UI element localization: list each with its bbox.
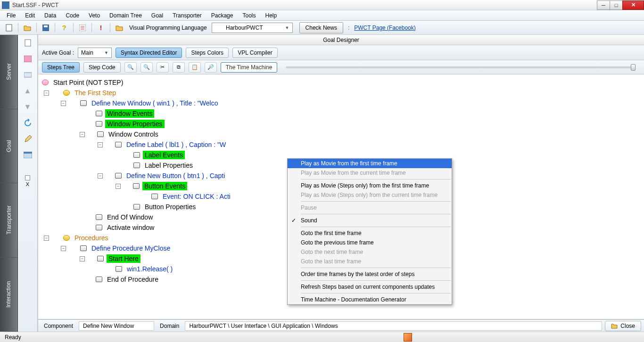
up-arrow-icon[interactable]: ▲ [23,86,33,96]
step-code-button[interactable]: Step Code [83,62,121,73]
time-machine-button[interactable]: The Time Machine [221,62,278,73]
vpl-combo[interactable]: HarbourPWCT ▼ [212,23,293,33]
collapse-icon[interactable]: − [44,90,49,96]
steps-tree[interactable]: Start Point (NOT STEP) −The First Step −… [38,74,644,319]
cut-icon[interactable]: ✂ [157,62,169,73]
window-icon[interactable] [23,150,33,160]
collapse-icon[interactable]: − [98,142,103,147]
node-event-onclick[interactable]: Event: ON CLICK : Acti [161,192,232,201]
menu-domain-tree[interactable]: Domain Tree [105,11,147,20]
mi-play-steps-current[interactable]: Play as Movie (Steps only) from the curr… [288,190,452,200]
node-define-label[interactable]: Define Label ( lbl1 ) , Caption : "W [124,140,228,149]
mi-play-steps-first[interactable]: Play as Movie (Steps only) from the firs… [288,181,452,190]
node-procedures[interactable]: Procedures [73,234,110,242]
node-icon [96,277,102,282]
node-label-events[interactable]: Label Events [143,151,185,159]
node-window-properties[interactable]: Window Properties [105,120,165,128]
node-window-events[interactable]: Window Events [105,109,154,118]
tree-icon[interactable] [23,70,33,80]
slider-thumb[interactable] [631,64,636,71]
mi-goto-next[interactable]: Goto the next time frame [288,247,452,257]
paste-icon[interactable]: 📋 [189,62,201,73]
collapse-icon[interactable]: − [116,184,121,189]
maximize-button[interactable]: □ [610,0,623,10]
time-slider[interactable] [286,66,636,68]
open-folder-icon[interactable] [22,23,33,33]
mi-goto-first[interactable]: Goto the first time frame [288,228,452,238]
save-icon[interactable] [41,23,51,33]
steps-tree-button[interactable]: Steps Tree [42,62,80,73]
node-win1-release[interactable]: win1.Release( ) [125,265,174,273]
node-button-properties[interactable]: Button Properties [143,203,198,211]
node-button-events[interactable]: Button Events [142,182,187,190]
node-start-point[interactable]: Start Point (NOT STEP) [51,78,125,87]
mi-docgen[interactable]: Time Machine - Documentation Generator [288,295,452,304]
mi-order[interactable]: Order time frames by the latest order of… [288,269,452,279]
menu-package[interactable]: Package [206,11,238,20]
tab-goal[interactable]: Goal [0,109,17,184]
new-file-icon[interactable] [4,23,14,33]
vpl-compiler-button[interactable]: VPL Compiler [232,48,278,58]
refresh-icon[interactable] [23,118,33,128]
menu-edit[interactable]: Edit [20,11,40,20]
menu-tools[interactable]: Tools [238,11,260,20]
close-panel-button[interactable]: Close [605,321,641,331]
tab-server[interactable]: Server [0,35,17,109]
exclamation-icon[interactable]: ! [96,23,106,33]
node-label-properties[interactable]: Label Properties [143,161,195,170]
mi-goto-prev[interactable]: Goto the previous time frame [288,238,452,247]
node-end-window[interactable]: End Of Window [105,213,155,221]
menu-separator [301,214,451,214]
pwct-page-link[interactable]: PWCT Page (Facebook) [354,24,416,31]
find-icon[interactable]: 🔎 [205,62,217,73]
collapse-icon[interactable]: − [61,101,66,106]
collapse-icon[interactable]: − [80,132,85,137]
collapse-icon[interactable]: − [44,236,49,241]
list-icon[interactable] [77,23,88,33]
page-icon[interactable] [23,38,33,48]
tab-interaction[interactable]: Interaction [0,258,17,332]
menu-goal[interactable]: Goal [147,11,168,20]
checkbox-x[interactable] [25,175,30,180]
mi-play-first[interactable]: Play as Movie from the first time frame [288,159,452,168]
down-arrow-icon[interactable]: ▼ [23,102,33,112]
menu-data[interactable]: Data [40,11,61,20]
mi-goto-last[interactable]: Goto the last time frame [288,257,452,266]
collapse-icon[interactable]: − [80,256,85,261]
zoom-out-icon[interactable]: 🔍 [140,62,153,73]
node-end-procedure[interactable]: End of Procedure [105,275,160,284]
node-icon [96,121,102,127]
active-goal-combo[interactable]: Main▼ [78,48,112,58]
steps-colors-button[interactable]: Steps Colors [186,48,229,58]
node-start-here[interactable]: Start Here [107,254,140,263]
mi-sound[interactable]: Sound [288,216,452,225]
collapse-icon[interactable]: − [61,246,66,251]
check-news-button[interactable]: Check News [299,22,343,33]
node-define-button[interactable]: Define New Button ( btn1 ) , Capti [124,171,227,180]
tab-transporter[interactable]: Transporter [0,183,17,258]
zoom-in-icon[interactable]: 🔍 [124,62,137,73]
mi-play-current[interactable]: Play as Movie from the current time fram… [288,168,452,178]
folder-icon[interactable] [114,23,124,33]
menu-file[interactable]: File [2,11,20,20]
node-define-procedure[interactable]: Define Procedure MyClose [90,244,172,252]
pencil-icon[interactable] [23,134,33,144]
menu-help[interactable]: Help [260,11,281,20]
syntax-directed-editor-button[interactable]: Syntax Directed Editor [116,48,182,58]
close-button[interactable]: ✕ [622,0,644,10]
mi-pause[interactable]: Pause [288,203,452,212]
help-icon[interactable]: ? [59,23,69,33]
menu-code[interactable]: Code [61,11,84,20]
menu-transporter[interactable]: Transporter [168,11,206,20]
copy-icon[interactable]: ⧉ [173,62,185,73]
node-activate-window[interactable]: Activate window [105,223,156,232]
node-window-controls[interactable]: Window Controls [107,130,160,138]
node-first-step[interactable]: The First Step [73,89,118,97]
node-define-window[interactable]: Define New Window ( win1 ) , Title : "We… [90,99,220,107]
goal-toolbar-2: Steps Tree Step Code 🔍 🔍 ✂ ⧉ 📋 🔎 The Tim… [38,60,644,74]
minimize-button[interactable]: ─ [597,0,610,10]
mi-refresh[interactable]: Refresh Steps based on current component… [288,282,452,292]
grid-icon[interactable] [23,54,33,64]
menu-veto[interactable]: Veto [84,11,105,20]
collapse-icon[interactable]: − [98,173,103,179]
